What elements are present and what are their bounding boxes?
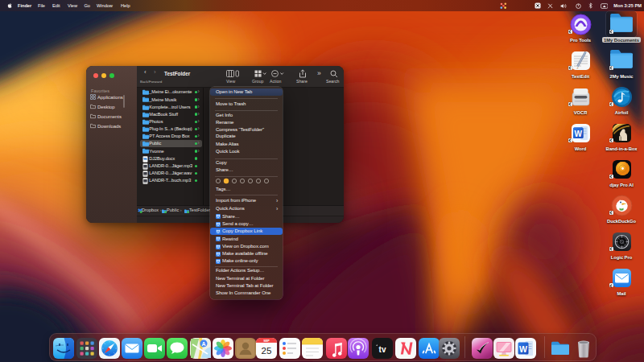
svg-text:SEP: SEP bbox=[263, 339, 270, 343]
svg-text:A: A bbox=[201, 341, 205, 347]
svg-text:W: W bbox=[519, 344, 527, 354]
svg-text:25: 25 bbox=[261, 346, 271, 356]
svg-text:tv: tv bbox=[378, 345, 386, 354]
svg-text:W: W bbox=[574, 129, 582, 138]
